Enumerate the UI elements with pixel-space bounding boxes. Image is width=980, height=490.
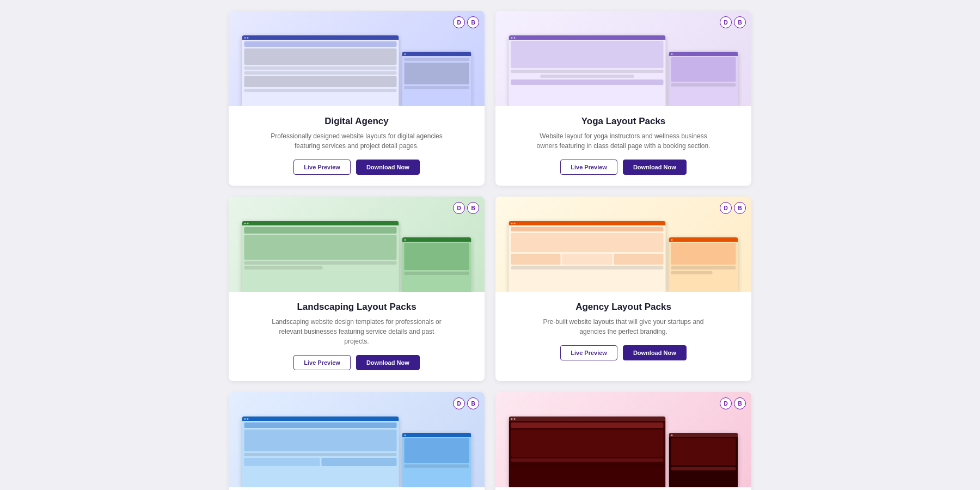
card-agency: D B xyxy=(495,197,751,381)
badge-b-brewery: B xyxy=(734,397,746,409)
mock-main-digital-agency xyxy=(242,35,399,106)
badges-handyman: D B xyxy=(453,397,479,409)
badge-d-yoga: D xyxy=(720,16,732,28)
badge-d-brewery: D xyxy=(720,397,732,409)
mock-side-handyman xyxy=(402,433,471,487)
badge-b-agency: B xyxy=(734,202,746,214)
card-image-yoga: D B xyxy=(495,11,751,106)
card-actions-landscaping: Live Preview Download Now xyxy=(242,355,471,370)
mock-side-digital-agency xyxy=(402,52,471,106)
card-title-yoga: Yoga Layout Packs xyxy=(509,116,738,127)
mock-main-yoga xyxy=(509,35,666,106)
mock-side-yoga xyxy=(669,52,738,106)
card-content-handyman: Handyman Layout Packs Website layouts fo… xyxy=(229,487,485,490)
mock-screens-digital-agency xyxy=(242,21,472,107)
download-button-agency[interactable]: Download Now xyxy=(623,345,687,360)
card-content-brewery: Brewery Layout Packs Website design for … xyxy=(495,487,751,490)
main-container: D B xyxy=(229,11,751,490)
badge-d-landscaping: D xyxy=(453,202,465,214)
card-image-handyman: D B xyxy=(229,392,485,487)
download-button-landscaping[interactable]: Download Now xyxy=(356,355,420,370)
mock-screens-yoga xyxy=(509,21,739,107)
badge-d-agency: D xyxy=(720,202,732,214)
badge-b-handyman: B xyxy=(467,397,479,409)
card-content-landscaping: Landscaping Layout Packs Landscaping web… xyxy=(229,292,485,381)
mock-screens-landscaping xyxy=(242,206,472,292)
card-handyman: D B xyxy=(229,392,485,490)
mock-side-landscaping xyxy=(402,237,471,292)
card-content-digital-agency: Digital Agency Professionally designed w… xyxy=(229,106,485,186)
card-image-brewery: D B xyxy=(495,392,751,487)
card-content-agency: Agency Layout Packs Pre-built website la… xyxy=(495,292,751,371)
badge-b-landscaping: B xyxy=(467,202,479,214)
mock-screens-agency xyxy=(509,206,739,292)
live-preview-button-yoga[interactable]: Live Preview xyxy=(560,160,617,175)
badges-brewery: D B xyxy=(720,397,746,409)
badges-digital-agency: D B xyxy=(453,16,479,28)
card-desc-digital-agency: Professionally designed website layouts … xyxy=(270,131,444,151)
card-grid: D B xyxy=(229,11,751,490)
card-actions-yoga: Live Preview Download Now xyxy=(509,160,738,175)
card-actions-agency: Live Preview Download Now xyxy=(509,345,738,360)
card-digital-agency: D B xyxy=(229,11,485,186)
mock-screens-handyman xyxy=(242,402,472,488)
preview-bg-brewery: D B xyxy=(495,392,751,487)
mock-main-agency xyxy=(509,221,666,292)
card-desc-landscaping: Landscaping website design templates for… xyxy=(270,317,444,346)
live-preview-button-digital-agency[interactable]: Live Preview xyxy=(293,160,351,175)
preview-bg-landscaping: D B xyxy=(229,197,485,292)
mock-side-brewery xyxy=(669,433,738,487)
download-button-yoga[interactable]: Download Now xyxy=(623,160,687,175)
mock-main-handyman xyxy=(242,416,399,487)
card-image-agency: D B xyxy=(495,197,751,292)
card-yoga: D B xyxy=(495,11,751,186)
badges-agency: D B xyxy=(720,202,746,214)
badge-d-digital-agency: D xyxy=(453,16,465,28)
mock-main-brewery xyxy=(509,416,666,487)
live-preview-button-agency[interactable]: Live Preview xyxy=(560,345,617,360)
mock-side-agency xyxy=(669,237,738,292)
card-image-digital-agency: D B xyxy=(229,11,485,106)
badge-d-handyman: D xyxy=(453,397,465,409)
badge-b-yoga: B xyxy=(734,16,746,28)
card-desc-agency: Pre-built website layouts that will give… xyxy=(536,317,710,336)
preview-bg-yoga: D B xyxy=(495,11,751,106)
mock-main-landscaping xyxy=(242,221,399,292)
badge-b-digital-agency: B xyxy=(467,16,479,28)
card-image-landscaping: D B xyxy=(229,197,485,292)
badges-yoga: D B xyxy=(720,16,746,28)
download-button-digital-agency[interactable]: Download Now xyxy=(356,160,420,175)
preview-bg-handyman: D B xyxy=(229,392,485,487)
card-brewery: D B xyxy=(495,392,751,490)
card-title-agency: Agency Layout Packs xyxy=(509,302,738,313)
card-title-digital-agency: Digital Agency xyxy=(242,116,471,127)
badges-landscaping: D B xyxy=(453,202,479,214)
card-desc-yoga: Website layout for yoga instructors and … xyxy=(536,131,710,151)
card-content-yoga: Yoga Layout Packs Website layout for yog… xyxy=(495,106,751,186)
card-landscaping: D B xyxy=(229,197,485,381)
mock-screens-brewery xyxy=(509,402,739,488)
live-preview-button-landscaping[interactable]: Live Preview xyxy=(293,355,351,370)
card-actions-digital-agency: Live Preview Download Now xyxy=(242,160,471,175)
preview-bg-digital-agency: D B xyxy=(229,11,485,106)
preview-bg-agency: D B xyxy=(495,197,751,292)
card-title-landscaping: Landscaping Layout Packs xyxy=(242,302,471,313)
